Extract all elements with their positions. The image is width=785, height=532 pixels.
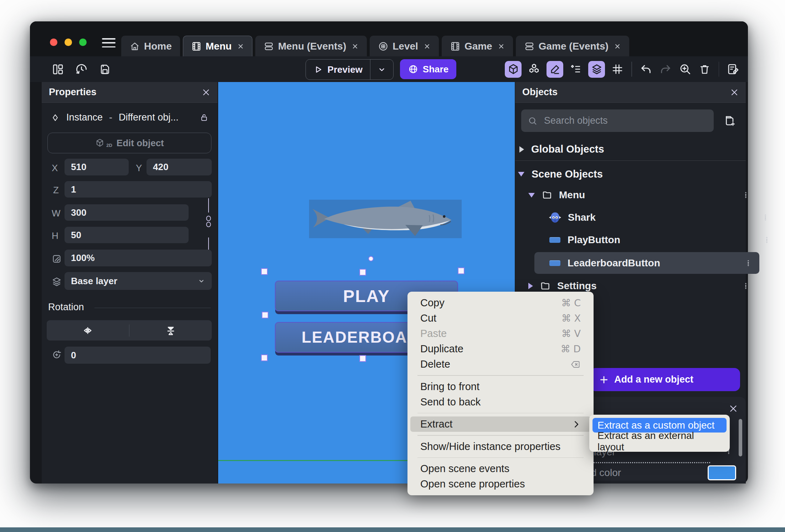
selection-handle-top-left[interactable] xyxy=(261,268,268,275)
context-menu-item-show-hide-instance-properties[interactable]: Show/Hide instance properties xyxy=(410,439,591,454)
rotation-field[interactable] xyxy=(65,347,211,364)
objects-list-icon[interactable] xyxy=(527,62,541,76)
add-folder-icon[interactable] xyxy=(723,114,737,127)
kebab-menu-icon[interactable] xyxy=(744,258,752,268)
close-icon[interactable] xyxy=(424,43,431,50)
close-icon[interactable] xyxy=(237,43,244,50)
context-menu-item-extract[interactable]: Extract xyxy=(410,416,591,432)
button-object-thumbnail xyxy=(549,237,560,243)
h-field[interactable] xyxy=(65,227,189,243)
w-field[interactable] xyxy=(65,204,189,221)
close-icon[interactable] xyxy=(614,43,621,50)
window-close-button[interactable] xyxy=(50,39,57,46)
context-menu-item-open-scene-events[interactable]: Open scene events xyxy=(410,461,591,476)
share-button[interactable]: Share xyxy=(400,59,456,79)
kebab-menu-icon[interactable] xyxy=(742,281,750,291)
context-menu-item-open-scene-properties[interactable]: Open scene properties xyxy=(410,476,591,492)
rotation-icon xyxy=(50,348,64,362)
scrollbar-thumb[interactable] xyxy=(739,419,742,456)
redo-icon[interactable] xyxy=(658,62,673,76)
selection-handle-bottom-center[interactable] xyxy=(359,355,366,362)
close-icon[interactable] xyxy=(352,43,359,50)
y-label: Y xyxy=(136,163,142,174)
scene-notes-icon[interactable] xyxy=(726,62,740,76)
preview-button[interactable]: Preview xyxy=(306,59,394,80)
close-icon[interactable] xyxy=(202,88,210,97)
preview-label: Preview xyxy=(328,64,363,75)
tree-item-leaderboardbutton[interactable]: LeaderboardButton xyxy=(534,252,759,274)
tab-game[interactable]: Game xyxy=(442,36,513,56)
version-history-icon[interactable] xyxy=(74,62,88,76)
context-menu-item-paste[interactable]: Paste ⌘ V xyxy=(410,326,591,341)
window-zoom-button[interactable] xyxy=(79,39,87,46)
z-field[interactable] xyxy=(65,181,212,198)
save-icon[interactable] xyxy=(98,62,112,76)
menu-item-label: Extract as a custom object xyxy=(597,420,714,431)
flip-horizontal-button[interactable] xyxy=(47,324,129,337)
main-menu-icon[interactable] xyxy=(102,38,116,47)
add-new-object-button[interactable]: Add a new object xyxy=(590,368,740,391)
selection-handle-middle-left[interactable] xyxy=(262,312,268,318)
home-icon xyxy=(129,41,140,52)
y-field[interactable] xyxy=(147,159,212,175)
context-menu-item-copy[interactable]: Copy ⌘ C xyxy=(410,295,591,311)
tab-game-events[interactable]: Game (Events) xyxy=(516,36,629,56)
scene-objects-section[interactable]: Scene Objects xyxy=(515,168,749,180)
kebab-menu-icon[interactable] xyxy=(742,190,750,200)
selection-handle-top-right[interactable] xyxy=(458,267,465,274)
background-color-swatch[interactable] xyxy=(708,465,736,480)
menu-item-label: Show/Hide instance properties xyxy=(420,441,560,452)
zoom-in-icon[interactable] xyxy=(678,62,692,76)
tree-item-playbutton[interactable]: PlayButton xyxy=(515,230,780,250)
close-icon[interactable] xyxy=(498,43,505,50)
instance-properties-icon[interactable] xyxy=(569,62,583,76)
edit-object-button[interactable]: 2D Edit object xyxy=(47,133,211,153)
close-icon[interactable] xyxy=(729,404,738,413)
screenshot-page: Home Menu Menu (Events) Level xyxy=(0,0,785,532)
tab-home[interactable]: Home xyxy=(121,36,180,56)
edit-mode-icon[interactable] xyxy=(547,61,563,78)
kebab-menu-icon[interactable] xyxy=(763,235,771,245)
properties-panel: Properties Instance - Different obj... 2… xyxy=(42,82,217,484)
context-menu-item-duplicate[interactable]: Duplicate ⌘ D xyxy=(410,341,591,357)
object-search[interactable] xyxy=(521,109,714,132)
trash-icon[interactable] xyxy=(698,62,712,76)
divider xyxy=(417,435,584,436)
rotation-handle[interactable] xyxy=(368,256,374,261)
window-minimize-button[interactable] xyxy=(65,39,72,46)
shark-instance[interactable] xyxy=(309,200,462,238)
layer-select[interactable]: Base layer xyxy=(65,272,212,290)
preview-options-button[interactable] xyxy=(370,65,393,74)
context-menu-item-delete[interactable]: Delete xyxy=(410,357,591,372)
instance-object-label: Different obj... xyxy=(119,112,179,123)
tab-menu-events[interactable]: Menu (Events) xyxy=(255,36,367,56)
submenu-item-extract-external-layout[interactable]: Extract as an external layout xyxy=(592,434,727,449)
layer-select-value: Base layer xyxy=(71,276,117,287)
panels-layout-icon[interactable] xyxy=(51,62,65,76)
flip-vertical-button[interactable] xyxy=(129,324,212,337)
link-width-height-toggle[interactable] xyxy=(201,202,216,248)
context-menu-item-cut[interactable]: Cut ⌘ X xyxy=(410,311,591,326)
layers-panel-icon[interactable] xyxy=(588,61,605,78)
global-objects-section[interactable]: Global Objects xyxy=(515,143,750,155)
search-input[interactable] xyxy=(543,115,707,127)
search-icon xyxy=(528,116,538,126)
tree-folder-menu[interactable]: Menu xyxy=(515,185,759,205)
context-menu-item-bring-to-front[interactable]: Bring to front xyxy=(410,379,591,394)
undo-icon[interactable] xyxy=(639,62,653,76)
toggle-3d-view-icon[interactable] xyxy=(505,61,522,78)
unlock-icon[interactable] xyxy=(200,113,209,122)
menu-item-label: Extract as an external layout xyxy=(597,430,722,453)
x-field[interactable] xyxy=(65,159,129,175)
context-menu-item-send-to-back[interactable]: Send to back xyxy=(410,394,591,410)
selection-handle-bottom-left[interactable] xyxy=(261,354,268,361)
grid-icon[interactable] xyxy=(610,62,625,76)
selection-handle-top-center[interactable] xyxy=(359,269,366,276)
close-icon[interactable] xyxy=(730,88,739,97)
menu-item-label: Copy xyxy=(420,297,445,309)
kebab-menu-icon[interactable] xyxy=(761,212,769,223)
opacity-field[interactable] xyxy=(65,250,212,266)
tree-item-shark[interactable]: Shark xyxy=(515,208,779,227)
tab-level[interactable]: Level xyxy=(370,36,439,56)
tab-menu[interactable]: Menu xyxy=(183,36,252,56)
